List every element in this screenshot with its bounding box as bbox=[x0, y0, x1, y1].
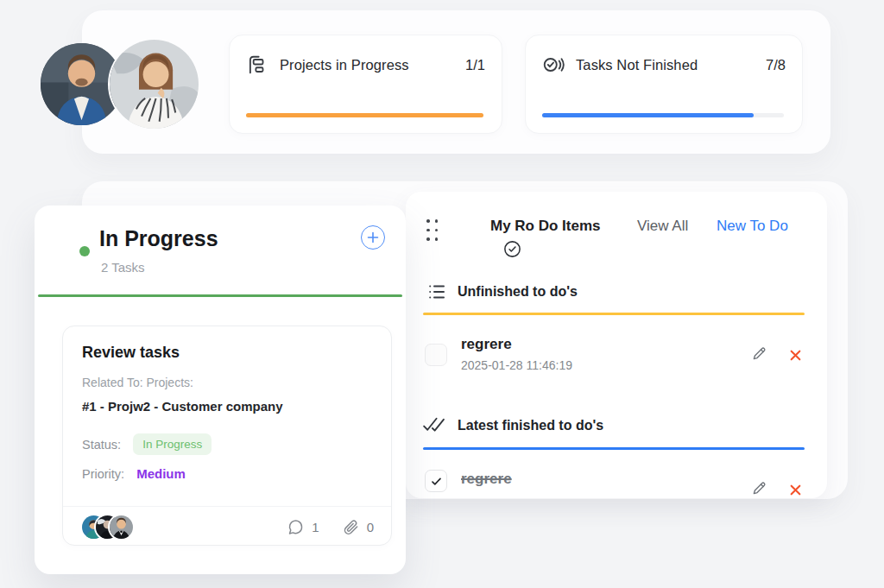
todo-checkbox-unchecked[interactable] bbox=[425, 344, 447, 366]
finished-section-underline bbox=[423, 447, 805, 450]
task-priority-value: Medium bbox=[136, 466, 186, 481]
todo-item-title: regrere bbox=[461, 336, 512, 353]
column-task-count: 2 Tasks bbox=[101, 260, 145, 275]
task-status-badge: In Progress bbox=[133, 433, 212, 455]
task-related-value: #1 - Projw2 - Customer company bbox=[82, 399, 283, 414]
pencil-icon bbox=[750, 479, 768, 497]
task-assignees[interactable] bbox=[82, 515, 133, 539]
x-icon bbox=[786, 481, 805, 498]
todo-checkbox-checked[interactable] bbox=[425, 470, 447, 492]
task-related-label: Related To: Projects: bbox=[82, 376, 193, 389]
progress-fill bbox=[542, 113, 754, 117]
bullet-list-icon bbox=[426, 281, 447, 302]
delete-finished-todo-button[interactable] bbox=[786, 481, 805, 498]
unfinished-section-underline bbox=[423, 313, 805, 315]
attachments-count: 0 bbox=[367, 520, 374, 534]
female-avatar-illustration bbox=[110, 40, 199, 129]
gantt-chart-icon bbox=[246, 54, 268, 76]
column-underline bbox=[38, 294, 402, 297]
progress-track bbox=[246, 113, 483, 117]
stat-card-projects: Projects in Progress 1/1 bbox=[229, 35, 502, 134]
comments-count: 1 bbox=[312, 520, 319, 534]
todo-widget: My Ro Do Items View All New To Do Unfini… bbox=[406, 192, 827, 498]
add-task-button[interactable] bbox=[361, 225, 385, 250]
column-status-dot bbox=[79, 246, 90, 256]
circled-check-icon bbox=[502, 239, 522, 259]
double-check-icon bbox=[421, 414, 446, 433]
todo-widget-title: My Ro Do Items bbox=[490, 218, 601, 235]
radar-check-icon bbox=[542, 54, 565, 76]
pencil-icon bbox=[750, 345, 768, 363]
edit-finished-todo-button[interactable] bbox=[750, 479, 768, 497]
task-footer-divider bbox=[63, 506, 391, 507]
stat-card-tasks: Tasks Not Finished 7/8 bbox=[525, 35, 803, 134]
stat-value: 7/8 bbox=[766, 57, 786, 73]
column-title: In Progress bbox=[99, 226, 218, 251]
finished-section-title: Latest finished to do's bbox=[458, 418, 603, 433]
dashboard-page: Projects in Progress 1/1 Tasks Not Finis… bbox=[0, 0, 884, 588]
progress-fill bbox=[246, 113, 483, 117]
stat-value: 1/1 bbox=[465, 57, 485, 73]
stat-label: Projects in Progress bbox=[280, 57, 454, 73]
team-avatar-female[interactable] bbox=[110, 40, 199, 129]
task-card[interactable]: Review tasks Related To: Projects: #1 - … bbox=[62, 326, 392, 546]
paperclip-icon bbox=[342, 518, 360, 536]
view-all-link[interactable]: View All bbox=[637, 218, 688, 235]
task-comments: 1 bbox=[287, 518, 319, 536]
task-priority-label: Priority: bbox=[82, 467, 124, 481]
plus-icon bbox=[367, 231, 379, 243]
unfinished-section-title: Unfinished to do's bbox=[458, 284, 578, 300]
task-title: Review tasks bbox=[82, 344, 180, 362]
finished-item-title: regrere bbox=[461, 471, 512, 488]
x-icon bbox=[786, 346, 805, 364]
new-todo-link[interactable]: New To Do bbox=[717, 218, 788, 235]
delete-todo-button[interactable] bbox=[786, 346, 805, 364]
assignee-avatar bbox=[110, 515, 133, 539]
check-icon bbox=[430, 475, 443, 488]
drag-handle-dots-icon[interactable] bbox=[426, 219, 438, 241]
kanban-column-in-progress: In Progress 2 Tasks Review tasks Related… bbox=[35, 205, 406, 574]
chat-bubble-icon bbox=[287, 518, 305, 536]
edit-todo-button[interactable] bbox=[750, 345, 768, 363]
task-status-label: Status: bbox=[82, 438, 121, 452]
task-attachments: 0 bbox=[342, 518, 374, 536]
todo-item-timestamp: 2025-01-28 11:46:19 bbox=[461, 358, 572, 372]
progress-track bbox=[542, 113, 784, 117]
stat-label: Tasks Not Finished bbox=[576, 57, 755, 73]
